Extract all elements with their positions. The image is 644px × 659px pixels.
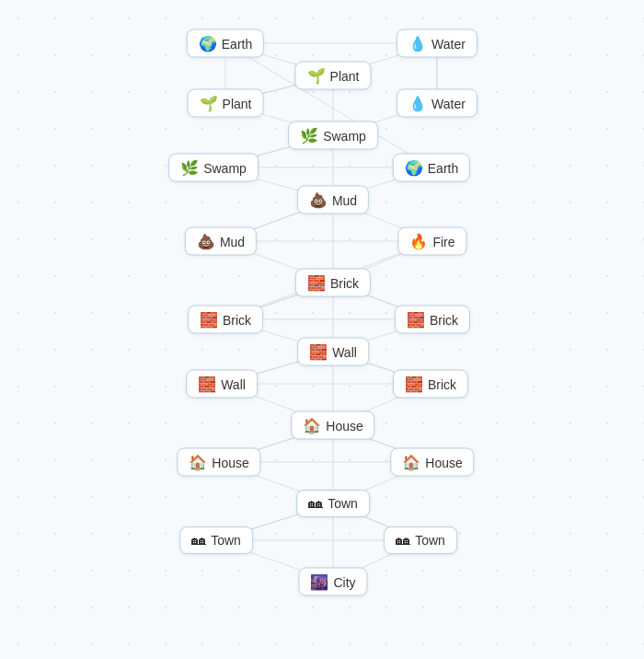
node-house2[interactable]: 🏠House: [177, 448, 260, 477]
node-fire1[interactable]: 🔥Fire: [397, 227, 466, 256]
node-swamp1[interactable]: 🌿Swamp: [288, 121, 378, 150]
node-label-earth1: Earth: [222, 36, 252, 51]
node-icon-earth2: 🌍: [405, 159, 423, 177]
node-mud1[interactable]: 💩Mud: [297, 186, 369, 214]
node-label-mud2: Mud: [220, 234, 245, 249]
node-water1[interactable]: 💧Water: [397, 29, 477, 58]
node-plant1[interactable]: 🌱Plant: [295, 62, 372, 90]
node-label-brick3: Brick: [430, 312, 458, 327]
node-icon-mud2: 💩: [197, 233, 215, 250]
node-plant2[interactable]: 🌱Plant: [188, 89, 264, 118]
node-icon-swamp1: 🌿: [300, 127, 318, 145]
node-icon-swamp2: 🌿: [180, 159, 199, 177]
node-wall1[interactable]: 🧱Wall: [297, 338, 369, 366]
node-swamp2[interactable]: 🌿Swamp: [168, 154, 259, 182]
node-icon-brick2: 🧱: [200, 311, 218, 329]
node-town2[interactable]: 🏘Town: [179, 526, 253, 554]
node-icon-house3: 🏠: [402, 454, 420, 471]
node-label-plant1: Plant: [330, 68, 360, 83]
node-label-town1: Town: [328, 496, 358, 511]
node-icon-plant1: 🌱: [307, 67, 326, 85]
node-label-house1: House: [326, 418, 362, 433]
node-label-plant2: Plant: [223, 96, 252, 110]
node-town3[interactable]: 🏘Town: [384, 526, 457, 554]
node-label-wall2: Wall: [221, 376, 246, 391]
node-house1[interactable]: 🏠House: [291, 411, 374, 440]
node-label-mud1: Mud: [332, 192, 357, 207]
node-label-house3: House: [425, 455, 462, 469]
node-label-wall1: Wall: [332, 344, 357, 359]
node-icon-town1: 🏘: [308, 495, 323, 512]
node-icon-water1: 💧: [408, 35, 427, 52]
node-icon-brick3: 🧱: [407, 311, 425, 329]
node-label-town3: Town: [415, 533, 445, 548]
node-label-swamp2: Swamp: [203, 160, 247, 175]
node-label-house2: House: [212, 455, 248, 469]
node-icon-brick4: 🧱: [405, 376, 423, 393]
node-city1[interactable]: 🌆City: [298, 568, 367, 596]
node-icon-house1: 🏠: [303, 417, 321, 434]
node-icon-water2: 💧: [408, 95, 427, 112]
node-brick4[interactable]: 🧱Brick: [393, 370, 468, 399]
node-mud2[interactable]: 💩Mud: [185, 227, 257, 256]
node-icon-wall2: 🧱: [198, 376, 216, 393]
node-brick2[interactable]: 🧱Brick: [188, 306, 263, 334]
node-icon-wall1: 🧱: [309, 343, 328, 361]
node-icon-mud1: 💩: [309, 191, 328, 209]
node-icon-town2: 🏘: [191, 532, 206, 549]
node-label-fire1: Fire: [432, 234, 454, 249]
node-icon-city1: 🌆: [310, 573, 328, 591]
node-icon-fire1: 🔥: [409, 233, 428, 250]
node-earth2[interactable]: 🌍Earth: [393, 154, 470, 182]
node-label-water1: Water: [431, 36, 466, 51]
node-label-brick1: Brick: [330, 275, 359, 290]
node-icon-brick1: 🧱: [307, 274, 326, 292]
node-label-city1: City: [333, 574, 355, 589]
node-brick1[interactable]: 🧱Brick: [295, 269, 371, 297]
node-earth1[interactable]: 🌍Earth: [187, 29, 264, 58]
node-label-brick4: Brick: [428, 376, 456, 391]
node-label-swamp1: Swamp: [323, 128, 366, 143]
node-icon-plant2: 🌱: [200, 95, 218, 112]
node-label-brick2: Brick: [223, 312, 251, 327]
node-label-town2: Town: [211, 533, 241, 548]
node-icon-earth1: 🌍: [199, 35, 217, 52]
graph-canvas: 🌍Earth💧Water🌱Plant🌱Plant💧Water🌿Swamp🌿Swa…: [0, 0, 644, 659]
node-brick3[interactable]: 🧱Brick: [395, 306, 470, 334]
node-town1[interactable]: 🏘Town: [296, 490, 370, 517]
node-icon-town3: 🏘: [396, 532, 410, 549]
node-icon-house2: 🏠: [189, 454, 207, 471]
node-label-earth2: Earth: [428, 160, 458, 175]
node-wall2[interactable]: 🧱Wall: [186, 370, 258, 399]
node-label-water2: Water: [431, 96, 466, 110]
node-house3[interactable]: 🏠House: [390, 448, 474, 477]
node-water2[interactable]: 💧Water: [397, 89, 477, 118]
